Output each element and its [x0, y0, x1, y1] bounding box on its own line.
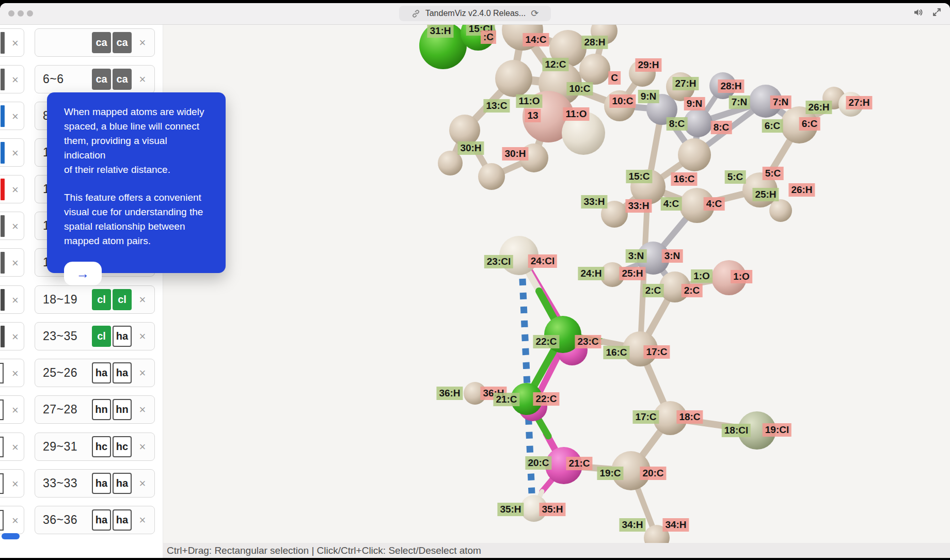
mapping-row-6~6: ×6~6caca× — [0, 65, 163, 93]
mapping-row-left-fragment: × — [0, 322, 24, 350]
remove-mapping-button[interactable]: × — [6, 433, 25, 461]
atom-sphere[interactable] — [769, 199, 792, 222]
atom-label-17-C: 17:C — [632, 410, 659, 424]
atom-type-tag-ha[interactable]: ha — [113, 509, 132, 531]
atom-type-tag-hn[interactable]: hn — [113, 399, 132, 420]
remove-mapping-button[interactable]: × — [135, 514, 150, 527]
mapping-row-main[interactable]: 29~31hchc× — [35, 433, 155, 461]
atom-label-28-H: 28:H — [581, 36, 608, 49]
atom-type-tag-ca[interactable]: ca — [113, 69, 132, 90]
atom-label-35-H: 35:H — [497, 503, 524, 516]
atom-label-4-C: 4:C — [661, 197, 682, 211]
mapping-row-main[interactable]: 33~33haha× — [35, 469, 155, 498]
atom-label-33-H: 33:H — [625, 199, 652, 213]
atom-label-17-C: 17:C — [643, 345, 670, 359]
close-button[interactable] — [8, 10, 14, 17]
maximize-button[interactable] — [27, 10, 33, 17]
remove-mapping-button[interactable]: × — [6, 29, 25, 57]
tooltip-next-button[interactable]: → — [64, 262, 102, 285]
remove-mapping-button[interactable]: × — [6, 102, 25, 131]
atom-label-16-C: 16:C — [671, 172, 697, 186]
atom-type-tags: hchc — [92, 436, 132, 457]
atom-type-tag-cl[interactable]: cl — [92, 326, 111, 347]
molecule-viewport[interactable]: 31:H15:Cl:C14:C28:H12:C29:HC10:C13:C11:O… — [163, 24, 950, 543]
mapping-row-23~35: ×23~35clha× — [0, 322, 163, 350]
atom-type-tag-cl[interactable]: cl — [113, 289, 132, 310]
remove-mapping-button[interactable]: × — [6, 359, 25, 388]
atom-type-tag-ha[interactable]: ha — [113, 326, 132, 347]
page-title: TandemViz v2.4.0 Releas... — [425, 9, 526, 18]
atom-type-tag-ca[interactable]: ca — [113, 32, 132, 53]
remove-mapping-button[interactable]: × — [135, 477, 150, 490]
remove-mapping-button[interactable]: × — [6, 249, 25, 277]
remove-mapping-button[interactable]: × — [6, 470, 25, 498]
tag-color-bar — [1, 252, 5, 274]
atom-label-34-H: 34:H — [662, 518, 689, 532]
remove-mapping-button[interactable]: × — [135, 293, 150, 307]
remove-mapping-button[interactable]: × — [6, 396, 25, 424]
mapping-row-main[interactable]: 25~26haha× — [35, 359, 155, 387]
remove-mapping-button[interactable]: × — [6, 66, 25, 94]
fullscreen-icon[interactable] — [932, 7, 942, 19]
atom-type-tag-hc[interactable]: hc — [113, 436, 132, 457]
remove-mapping-button[interactable]: × — [135, 440, 150, 454]
atom-label-8-C: 8:C — [711, 121, 732, 134]
mapping-pair-label: 27~28 — [43, 403, 77, 417]
atom-label-25-H: 25:H — [619, 267, 645, 280]
remove-mapping-button[interactable]: × — [6, 175, 25, 204]
atom-type-tag-cl[interactable]: cl — [92, 289, 111, 310]
volume-icon[interactable] — [913, 8, 924, 19]
mapping-row-left-fragment: × — [0, 506, 24, 534]
atom-type-tags: caca — [92, 32, 132, 53]
address-bar[interactable]: TandemViz v2.4.0 Releas... ⟳ — [399, 6, 551, 21]
atom-label-2-C: 2:C — [643, 284, 664, 297]
mapping-row-main[interactable]: caca× — [35, 28, 155, 57]
atom-sphere[interactable] — [579, 54, 610, 85]
mapping-row-left-fragment: × — [0, 138, 24, 167]
atom-type-tag-ca[interactable]: ca — [92, 69, 111, 90]
remove-mapping-button[interactable]: × — [135, 330, 150, 343]
atom-label-27-H: 27:H — [846, 96, 872, 109]
atom-sphere[interactable] — [478, 163, 505, 190]
atom-label-1-O: 1:O — [691, 269, 712, 283]
mapping-pair-label: 25~26 — [43, 366, 77, 380]
remove-mapping-button[interactable]: × — [6, 139, 25, 167]
atom-label-22-C: 22:C — [533, 392, 559, 406]
horizontal-scrollbar-thumb[interactable] — [2, 533, 20, 539]
atom-sphere[interactable] — [495, 60, 532, 97]
atom-label-6-C: 6:C — [762, 119, 783, 133]
remove-mapping-button[interactable]: × — [135, 73, 150, 86]
atom-sphere[interactable] — [684, 108, 712, 137]
mapping-row-main[interactable]: 18~19clcl× — [35, 285, 155, 314]
atom-label-9-N: 9:N — [684, 97, 705, 110]
remove-mapping-button[interactable]: × — [6, 323, 25, 351]
mapping-row-main[interactable]: 6~6caca× — [35, 65, 155, 93]
atom-type-tag-hn[interactable]: hn — [92, 399, 111, 420]
remove-mapping-button[interactable]: × — [135, 366, 150, 380]
remove-mapping-button[interactable]: × — [6, 212, 25, 241]
mapping-row-main[interactable]: 23~35clha× — [35, 322, 155, 350]
mapping-row-main[interactable]: 36~36haha× — [35, 506, 155, 534]
mapping-row-main[interactable]: 27~28hnhn× — [35, 395, 155, 424]
screen: TandemViz v2.4.0 Releas... ⟳ 31:H15:Cl:C… — [0, 0, 950, 560]
atom-type-tag-ca[interactable]: ca — [92, 32, 111, 53]
atom-type-tag-ha[interactable]: ha — [113, 473, 132, 494]
atom-label-27-H: 27:H — [672, 77, 699, 90]
tag-color-bar — [1, 326, 5, 347]
atom-type-tags: clcl — [92, 289, 132, 310]
mapping-row-27~28: ×27~28hnhn× — [0, 395, 163, 424]
atom-type-tag-ha[interactable]: ha — [92, 473, 111, 494]
atom-type-tag-ha[interactable]: ha — [92, 362, 111, 383]
remove-mapping-button[interactable]: × — [6, 286, 25, 314]
remove-mapping-button[interactable]: × — [6, 506, 25, 535]
atom-sphere[interactable] — [678, 138, 711, 171]
minimize-button[interactable] — [18, 10, 24, 17]
remove-mapping-button[interactable]: × — [135, 403, 150, 417]
reload-icon[interactable]: ⟳ — [531, 8, 539, 19]
atom-sphere[interactable] — [449, 115, 480, 146]
atom-label-8-C: 8:C — [667, 117, 688, 131]
atom-type-tag-hc[interactable]: hc — [92, 436, 111, 457]
atom-type-tag-ha[interactable]: ha — [113, 362, 132, 383]
atom-type-tag-ha[interactable]: ha — [92, 509, 111, 531]
remove-mapping-button[interactable]: × — [135, 36, 150, 50]
